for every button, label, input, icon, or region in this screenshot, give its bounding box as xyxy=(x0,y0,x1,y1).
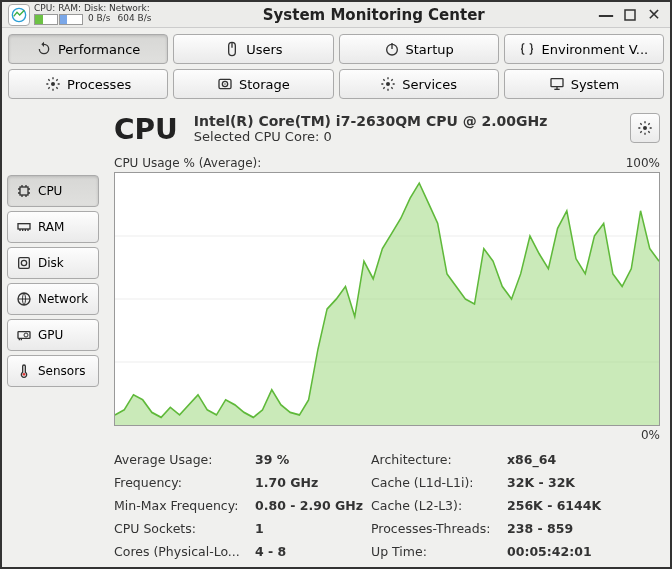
tab-processes[interactable]: Processes xyxy=(8,69,168,99)
chart-min: 0% xyxy=(641,428,660,442)
tab-label: Services xyxy=(402,77,457,92)
app-icon xyxy=(8,4,30,26)
tab-environment[interactable]: Environment V... xyxy=(504,34,664,64)
thermometer-icon xyxy=(16,363,32,379)
gear-icon xyxy=(637,120,653,136)
main-tabs: Performance Users Startup Environment V.… xyxy=(2,28,670,105)
chart-min-row: 0% xyxy=(114,428,660,442)
maximize-button[interactable] xyxy=(620,6,640,24)
info-label: Up Time: xyxy=(371,544,501,559)
cpu-model: Intel(R) Core(TM) i7-2630QM CPU @ 2.00GH… xyxy=(194,113,614,129)
info-value: 0.80 - 2.90 GHz xyxy=(255,498,365,513)
sidebar-label: GPU xyxy=(38,328,63,342)
tab-label: Startup xyxy=(406,42,454,57)
gear-icon xyxy=(45,76,61,92)
selected-core: Selected CPU Core: 0 xyxy=(194,129,614,144)
minimize-button[interactable]: — xyxy=(596,6,616,24)
info-label: Cores (Physical-Lo... xyxy=(114,544,249,559)
sidebar-item-disk[interactable]: Disk xyxy=(7,247,99,279)
titlebar: CPU: RAM: Disk: Network: 0 B/s 604 B/s S… xyxy=(2,2,670,28)
svg-rect-11 xyxy=(551,79,563,87)
sidebar-label: Disk xyxy=(38,256,64,270)
tab-label: Users xyxy=(246,42,282,57)
tab-label: Performance xyxy=(58,42,140,57)
sidebar-item-ram[interactable]: RAM xyxy=(7,211,99,243)
tab-storage[interactable]: Storage xyxy=(173,69,333,99)
sidebar-item-cpu[interactable]: CPU xyxy=(7,175,99,207)
svg-point-22 xyxy=(643,126,647,130)
sidebar-item-gpu[interactable]: GPU xyxy=(7,319,99,351)
tab-label: Processes xyxy=(67,77,131,92)
settings-button[interactable] xyxy=(630,113,660,143)
tab-performance[interactable]: Performance xyxy=(8,34,168,64)
info-label: Cache (L1d-L1i): xyxy=(371,475,501,490)
tab-label: Storage xyxy=(239,77,290,92)
info-label: Cache (L2-L3): xyxy=(371,498,501,513)
svg-rect-15 xyxy=(18,224,30,229)
info-label: Architecture: xyxy=(371,452,501,467)
content-panel: CPU Intel(R) Core(TM) i7-2630QM CPU @ 2.… xyxy=(104,105,670,567)
page-title: CPU xyxy=(114,113,178,146)
svg-rect-16 xyxy=(19,258,30,269)
info-value: 238 - 859 xyxy=(507,521,660,536)
info-value: 1.70 GHz xyxy=(255,475,365,490)
cpu-description: Intel(R) Core(TM) i7-2630QM CPU @ 2.00GH… xyxy=(194,113,614,144)
info-value: 00:05:42:01 xyxy=(507,544,660,559)
info-label: Frequency: xyxy=(114,475,249,490)
chart-max: 100% xyxy=(626,156,660,170)
sidebar: CPU RAM Disk Network GPU Sensors xyxy=(2,105,104,567)
ram-icon xyxy=(16,219,32,235)
svg-point-17 xyxy=(21,260,26,265)
svg-rect-1 xyxy=(625,10,635,20)
window-title: System Monitoring Center xyxy=(155,6,592,24)
tab-label: Environment V... xyxy=(541,42,648,57)
svg-point-21 xyxy=(23,373,26,376)
info-value: 4 - 8 xyxy=(255,544,365,559)
disk-icon xyxy=(16,255,32,271)
tab-system[interactable]: System xyxy=(504,69,664,99)
cpu-info-grid: Average Usage: 39 % Architecture: x86_64… xyxy=(114,452,660,559)
gear-icon xyxy=(380,76,396,92)
info-label: CPU Sockets: xyxy=(114,521,249,536)
sidebar-label: Network xyxy=(38,292,88,306)
braces-icon xyxy=(519,41,535,57)
sidebar-label: RAM xyxy=(38,220,64,234)
mouse-icon xyxy=(224,41,240,57)
svg-point-10 xyxy=(386,82,390,86)
monitor-icon xyxy=(549,76,565,92)
svg-point-6 xyxy=(51,82,55,86)
tab-users[interactable]: Users xyxy=(173,34,333,64)
svg-point-9 xyxy=(224,83,225,84)
cpu-header: CPU Intel(R) Core(TM) i7-2630QM CPU @ 2.… xyxy=(114,113,660,146)
cpu-usage-chart xyxy=(114,172,660,426)
svg-point-20 xyxy=(24,333,28,337)
chart-labels: CPU Usage % (Average): 100% xyxy=(114,156,660,170)
gpu-icon xyxy=(16,327,32,343)
power-icon xyxy=(384,41,400,57)
info-value: x86_64 xyxy=(507,452,660,467)
info-label: Processes-Threads: xyxy=(371,521,501,536)
chart-label: CPU Usage % (Average): xyxy=(114,156,261,170)
close-button[interactable]: ✕ xyxy=(644,6,664,24)
globe-icon xyxy=(16,291,32,307)
cpu-icon xyxy=(16,183,32,199)
tab-services[interactable]: Services xyxy=(339,69,499,99)
info-label: Min-Max Frequency: xyxy=(114,498,249,513)
titlebar-stats: CPU: RAM: Disk: Network: 0 B/s 604 B/s xyxy=(34,4,151,25)
info-value: 256K - 6144K xyxy=(507,498,660,513)
sidebar-label: Sensors xyxy=(38,364,85,378)
tab-label: System xyxy=(571,77,619,92)
info-label: Average Usage: xyxy=(114,452,249,467)
tab-startup[interactable]: Startup xyxy=(339,34,499,64)
disk-icon xyxy=(217,76,233,92)
sidebar-label: CPU xyxy=(38,184,62,198)
info-value: 1 xyxy=(255,521,365,536)
refresh-icon xyxy=(36,41,52,57)
sidebar-item-sensors[interactable]: Sensors xyxy=(7,355,99,387)
sidebar-item-network[interactable]: Network xyxy=(7,283,99,315)
main-area: CPU RAM Disk Network GPU Sensors CPU Int… xyxy=(2,105,670,567)
info-value: 32K - 32K xyxy=(507,475,660,490)
svg-rect-14 xyxy=(20,187,28,195)
info-value: 39 % xyxy=(255,452,365,467)
